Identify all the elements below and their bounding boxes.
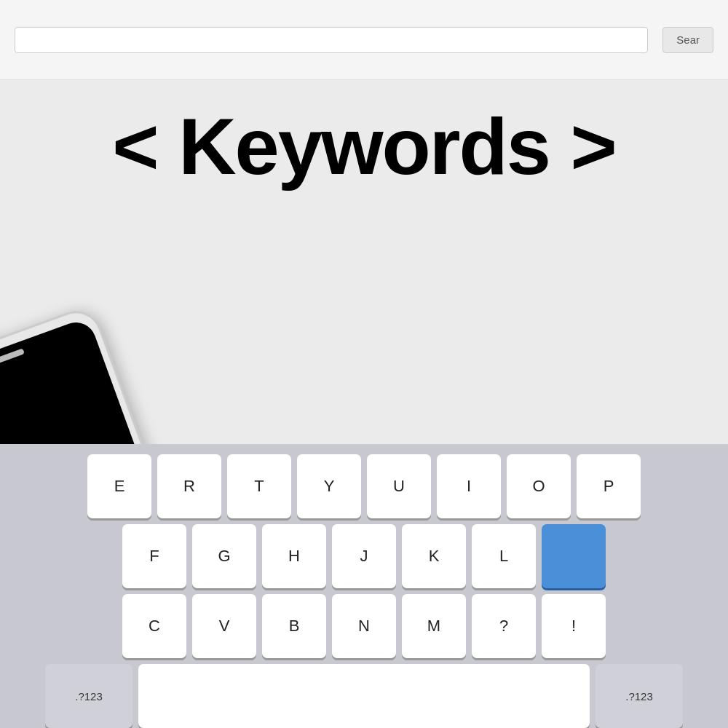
key-t[interactable]: T: [227, 454, 291, 518]
headline-text: < Keywords >: [112, 101, 615, 191]
keyboard-row-3: C V B N M ? !: [0, 594, 728, 658]
key-return[interactable]: [542, 524, 606, 588]
key-o[interactable]: O: [507, 454, 571, 518]
headline: < Keywords >: [0, 102, 728, 190]
address-bar[interactable]: [15, 27, 648, 53]
key-numbers-right[interactable]: .?123: [596, 664, 683, 728]
key-question[interactable]: ?: [472, 594, 536, 658]
keyboard-row-4: .?123 .?123: [0, 664, 728, 728]
key-p[interactable]: P: [577, 454, 641, 518]
search-button-label: Sear: [676, 33, 700, 46]
key-n[interactable]: N: [332, 594, 396, 658]
key-e[interactable]: E: [87, 454, 151, 518]
key-h[interactable]: H: [262, 524, 326, 588]
key-exclamation[interactable]: !: [542, 594, 606, 658]
key-j[interactable]: J: [332, 524, 396, 588]
key-y[interactable]: Y: [297, 454, 361, 518]
key-space[interactable]: [138, 664, 590, 728]
key-b[interactable]: B: [262, 594, 326, 658]
keyboard: E R T Y U I O P F G H J K L C V B N M ? …: [0, 444, 728, 728]
key-u[interactable]: U: [367, 454, 431, 518]
key-c[interactable]: C: [122, 594, 186, 658]
key-v[interactable]: V: [192, 594, 256, 658]
browser-bar: Sear: [0, 0, 728, 80]
key-l[interactable]: L: [472, 524, 536, 588]
key-m[interactable]: M: [402, 594, 466, 658]
key-numbers[interactable]: .?123: [45, 664, 132, 728]
key-k[interactable]: K: [402, 524, 466, 588]
keyboard-row-2: F G H J K L: [0, 524, 728, 588]
key-r[interactable]: R: [157, 454, 221, 518]
key-f[interactable]: F: [122, 524, 186, 588]
search-button[interactable]: Sear: [662, 27, 713, 53]
key-g[interactable]: G: [192, 524, 256, 588]
scene: Sear < Keywords > E R T Y U I O P F G H …: [0, 0, 728, 728]
keyboard-row-1: E R T Y U I O P: [0, 454, 728, 518]
key-i[interactable]: I: [437, 454, 501, 518]
